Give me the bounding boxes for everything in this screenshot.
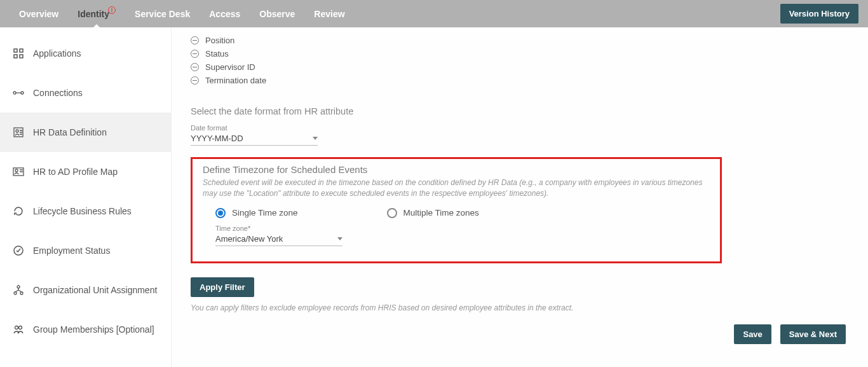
- timezone-field: Time zone* America/New York: [215, 225, 710, 246]
- tab-access[interactable]: Access: [200, 1, 250, 27]
- timezone-title: Define Timezone for Scheduled Events: [203, 164, 710, 175]
- filter-description: You can apply filters to exclude employe…: [191, 303, 849, 312]
- apply-filter-button[interactable]: Apply Filter: [191, 277, 254, 297]
- top-nav-left: Overview Identity! Service Desk Access O…: [10, 1, 355, 27]
- radio-icon: [215, 208, 226, 218]
- svg-rect-3: [20, 55, 23, 58]
- sidebar-item-label: Lifecycle Business Rules: [33, 206, 132, 216]
- sidebar-item-label: Group Memberships [Optional]: [33, 324, 154, 335]
- svg-point-15: [19, 326, 22, 329]
- sidebar-item-label: Connections: [33, 88, 83, 98]
- attribute-label: Termination date: [205, 76, 266, 85]
- sidebar-item-label: HR to AD Profile Map: [33, 167, 118, 177]
- filter-section: Apply Filter You can apply filters to ex…: [191, 277, 849, 312]
- svg-point-4: [13, 92, 16, 94]
- sidebar-item-org-unit[interactable]: Organizational Unit Assignment: [0, 270, 171, 310]
- top-nav: Overview Identity! Service Desk Access O…: [0, 0, 868, 27]
- connections-icon: [13, 87, 24, 99]
- status-icon: [13, 245, 24, 256]
- save-button[interactable]: Save: [734, 324, 771, 344]
- radio-single-timezone[interactable]: Single Time zone: [215, 208, 298, 218]
- tab-label: Access: [209, 9, 240, 19]
- save-next-button[interactable]: Save & Next: [780, 324, 846, 344]
- radio-multiple-timezones[interactable]: Multiple Time zones: [387, 208, 479, 218]
- tab-label: Review: [314, 9, 344, 19]
- remove-icon[interactable]: [191, 63, 199, 71]
- sidebar-item-label: Organizational Unit Assignment: [33, 285, 157, 295]
- sidebar-item-label: HR Data Definition: [33, 127, 107, 137]
- remove-icon[interactable]: [191, 36, 199, 45]
- alert-badge-icon: !: [108, 6, 116, 14]
- date-format-value: YYYY-MM-DD: [191, 134, 243, 143]
- sidebar: Applications Connections HR Data Definit…: [0, 27, 172, 367]
- tab-identity[interactable]: Identity!: [68, 1, 125, 27]
- radio-label: Single Time zone: [232, 208, 298, 218]
- sidebar-item-label: Applications: [33, 48, 81, 59]
- sidebar-item-connections[interactable]: Connections: [0, 73, 171, 113]
- timezone-section: Define Timezone for Scheduled Events Sch…: [191, 157, 722, 263]
- layout: Applications Connections HR Data Definit…: [0, 27, 868, 367]
- sidebar-item-applications[interactable]: Applications: [0, 34, 171, 73]
- attribute-label: Position: [205, 36, 234, 45]
- attribute-row: Supervisor ID: [191, 60, 849, 74]
- svg-point-5: [21, 92, 24, 94]
- sidebar-item-group-memberships[interactable]: Group Memberships [Optional]: [0, 310, 171, 349]
- radio-label: Multiple Time zones: [403, 208, 479, 218]
- tab-observe[interactable]: Observe: [250, 1, 304, 27]
- date-format-label: Date format: [191, 124, 849, 132]
- attribute-row: Position: [191, 34, 849, 47]
- tab-label: Service Desk: [135, 9, 190, 19]
- svg-rect-2: [14, 55, 17, 58]
- timezone-field-label: Time zone*: [215, 225, 710, 232]
- timezone-radio-group: Single Time zone Multiple Time zones: [215, 208, 710, 218]
- lifecycle-icon: [13, 205, 24, 217]
- tab-overview[interactable]: Overview: [10, 1, 68, 27]
- svg-rect-1: [20, 49, 23, 52]
- attribute-list: Position Status Supervisor ID Terminatio…: [191, 34, 849, 87]
- tab-review[interactable]: Review: [304, 1, 354, 27]
- sidebar-item-label: Employment Status: [33, 246, 110, 256]
- svg-point-9: [15, 169, 18, 172]
- sidebar-item-hr-data-definition[interactable]: HR Data Definition: [0, 113, 171, 152]
- attribute-label: Status: [205, 49, 229, 59]
- main-content: Position Status Supervisor ID Terminatio…: [172, 27, 868, 367]
- svg-rect-0: [14, 49, 17, 52]
- chevron-down-icon: [313, 137, 318, 140]
- attribute-row: Status: [191, 47, 849, 60]
- timezone-value: America/New York: [215, 234, 283, 244]
- attribute-row: Termination date: [191, 74, 849, 87]
- attribute-label: Supervisor ID: [205, 62, 255, 72]
- radio-icon: [387, 208, 397, 218]
- timezone-select[interactable]: America/New York: [215, 232, 342, 246]
- chevron-down-icon: [337, 237, 342, 240]
- timezone-description: Scheduled event will be executed in the …: [203, 177, 710, 199]
- svg-point-11: [17, 286, 20, 288]
- date-format-field: Date format YYYY-MM-DD: [191, 124, 849, 146]
- svg-point-14: [15, 326, 18, 329]
- apps-icon: [13, 48, 24, 59]
- version-history-button[interactable]: Version History: [780, 4, 858, 24]
- tab-label: Observe: [259, 9, 295, 19]
- tab-label: Identity: [78, 9, 109, 19]
- remove-icon[interactable]: [191, 50, 199, 58]
- hr-data-icon: [13, 127, 24, 138]
- remove-icon[interactable]: [191, 76, 199, 85]
- svg-point-12: [14, 292, 17, 294]
- profile-map-icon: [13, 166, 24, 177]
- group-icon: [13, 324, 24, 335]
- svg-point-7: [16, 130, 18, 132]
- orgunit-icon: [13, 284, 24, 296]
- tab-service-desk[interactable]: Service Desk: [125, 1, 200, 27]
- footer-buttons: Save Save & Next: [734, 324, 846, 344]
- sidebar-item-lifecycle-rules[interactable]: Lifecycle Business Rules: [0, 191, 171, 231]
- date-format-prompt: Select the date format from HR attribute: [191, 106, 849, 116]
- sidebar-item-employment-status[interactable]: Employment Status: [0, 231, 171, 270]
- date-format-select[interactable]: YYYY-MM-DD: [191, 132, 318, 146]
- tab-label: Overview: [19, 9, 58, 19]
- svg-point-13: [20, 292, 23, 294]
- sidebar-item-hr-ad-profile-map[interactable]: HR to AD Profile Map: [0, 152, 171, 191]
